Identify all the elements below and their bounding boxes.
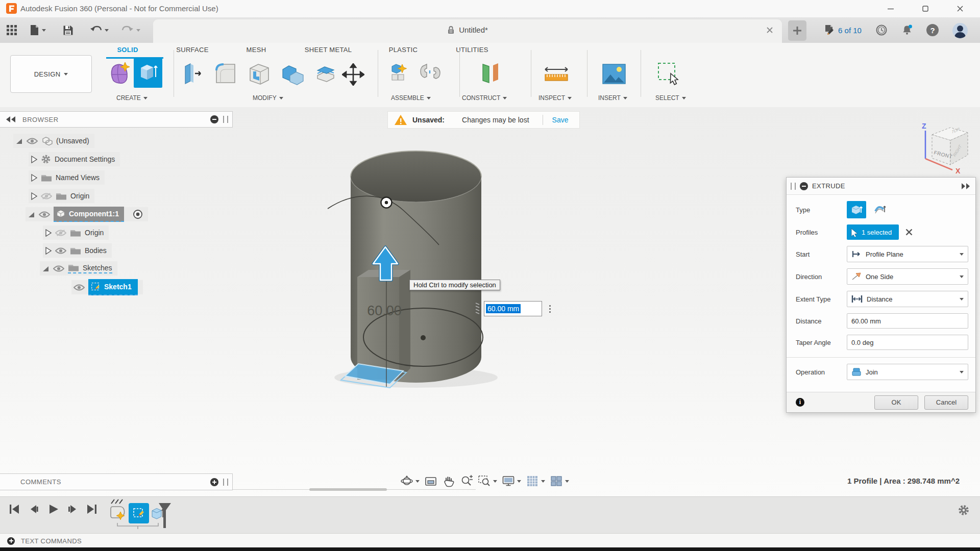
- collapse-browser-icon[interactable]: [6, 116, 16, 122]
- component-chip[interactable]: Component1:1: [54, 207, 124, 222]
- comments-panel[interactable]: COMMENTS: [0, 473, 233, 490]
- activate-component-radio[interactable]: [133, 209, 143, 219]
- visibility-eye-icon[interactable]: [53, 265, 64, 272]
- undo-button[interactable]: [88, 22, 110, 38]
- tab-surface[interactable]: SURFACE: [171, 46, 214, 56]
- zoom-window-button[interactable]: [478, 474, 497, 488]
- horizontal-scrollbar[interactable]: [309, 488, 387, 491]
- visibility-off-eye-icon[interactable]: [41, 192, 52, 200]
- text-commands-bar[interactable]: TEXT COMMANDS: [0, 533, 980, 548]
- timeline-go-to-end-button[interactable]: [86, 503, 98, 515]
- file-menu-button[interactable]: [28, 22, 48, 38]
- expanded-arrow-icon[interactable]: [28, 211, 35, 218]
- visibility-off-eye-icon[interactable]: [55, 229, 66, 237]
- direction-dropdown[interactable]: One Side: [847, 268, 968, 285]
- document-tab[interactable]: Untitled*: [153, 19, 782, 43]
- modify-shell-button[interactable]: [246, 61, 273, 87]
- group-assemble[interactable]: ASSEMBLE: [391, 94, 431, 102]
- browser-row-sketch1[interactable]: Sketch1: [71, 280, 143, 294]
- look-at-button[interactable]: [424, 474, 437, 488]
- add-comment-icon[interactable]: [210, 478, 218, 486]
- account-avatar[interactable]: [951, 22, 969, 39]
- timeline-settings-gear[interactable]: [958, 504, 970, 516]
- expanded-arrow-icon[interactable]: [15, 137, 23, 145]
- workspace-design-button[interactable]: DESIGN: [10, 55, 92, 93]
- comments-grip[interactable]: [223, 479, 228, 486]
- expand-text-commands-icon[interactable]: [7, 537, 15, 545]
- clear-selection-icon[interactable]: [905, 228, 913, 236]
- grid-snaps-button[interactable]: [526, 474, 545, 488]
- timeline-step-back-button[interactable]: [28, 503, 40, 515]
- orbit-button[interactable]: [400, 474, 420, 488]
- pan-button[interactable]: [442, 474, 455, 488]
- visibility-eye-icon[interactable]: [55, 247, 66, 255]
- dialog-expand-icon[interactable]: [961, 183, 970, 189]
- browser-grip[interactable]: [223, 116, 228, 123]
- collapsed-arrow-icon[interactable]: [31, 192, 37, 200]
- ok-button[interactable]: OK: [874, 395, 918, 410]
- job-history-clock-button[interactable]: [874, 22, 889, 38]
- info-icon[interactable]: i: [796, 398, 804, 407]
- insert-image-button[interactable]: [600, 61, 628, 87]
- tab-solid[interactable]: SOLID: [110, 46, 145, 56]
- window-maximize-button[interactable]: [914, 0, 937, 17]
- cancel-button[interactable]: Cancel: [924, 395, 968, 410]
- browser-row-origin[interactable]: Origin: [29, 189, 94, 203]
- app-grid-icon[interactable]: [4, 22, 19, 38]
- new-tab-button[interactable]: [788, 20, 806, 41]
- drag-handle-icon[interactable]: [475, 301, 481, 316]
- visibility-eye-icon[interactable]: [27, 137, 38, 145]
- type-extrude-solid-button[interactable]: [847, 201, 866, 218]
- collapsed-arrow-icon[interactable]: [31, 174, 37, 182]
- timeline-go-to-start-button[interactable]: [8, 503, 20, 515]
- group-inspect[interactable]: INSPECT: [538, 94, 572, 102]
- tab-close-icon[interactable]: [766, 26, 774, 34]
- assemble-new-component-button[interactable]: [386, 60, 413, 88]
- dialog-collapse-icon[interactable]: [800, 182, 808, 190]
- browser-row-document[interactable]: (Unsaved): [13, 134, 94, 148]
- browser-row-sketches[interactable]: Sketches: [40, 261, 117, 276]
- notifications-button[interactable]: [899, 22, 915, 38]
- profiles-selected-chip[interactable]: 1 selected: [847, 224, 899, 240]
- distance-input[interactable]: [847, 313, 968, 329]
- modify-move-button[interactable]: [341, 62, 365, 87]
- tab-mesh[interactable]: MESH: [237, 46, 275, 56]
- browser-row-named-views[interactable]: Named Views: [29, 170, 105, 185]
- create-form-button[interactable]: [107, 60, 133, 88]
- tab-sheet-metal[interactable]: SHEET METAL: [293, 46, 363, 56]
- group-modify[interactable]: MODIFY: [253, 94, 283, 102]
- modify-fillet-button[interactable]: [212, 61, 239, 87]
- browser-row-component-origin[interactable]: Origin: [43, 226, 109, 240]
- modify-press-pull-button[interactable]: [180, 61, 205, 87]
- type-extrude-thin-button[interactable]: [870, 201, 890, 218]
- sketch1-chip[interactable]: Sketch1: [88, 279, 138, 295]
- tab-plastic[interactable]: PLASTIC: [380, 46, 426, 56]
- timeline-feature-sketch1-active[interactable]: [129, 503, 149, 523]
- taper-angle-input[interactable]: [847, 335, 968, 350]
- construct-plane-button[interactable]: [475, 60, 505, 88]
- group-create[interactable]: CREATE: [116, 94, 148, 102]
- visibility-eye-icon[interactable]: [39, 211, 50, 218]
- timeline-playhead[interactable]: [157, 503, 173, 529]
- tab-utilities[interactable]: UTILITIES: [447, 46, 498, 56]
- viewports-button[interactable]: [550, 474, 569, 488]
- visibility-eye-icon[interactable]: [74, 284, 85, 291]
- dimension-input[interactable]: 60.00 mm: [484, 301, 542, 316]
- start-dropdown[interactable]: Profile Plane: [847, 246, 968, 262]
- window-close-button[interactable]: [948, 0, 972, 17]
- assemble-joint-button[interactable]: [416, 60, 444, 88]
- collapsed-arrow-icon[interactable]: [45, 229, 52, 237]
- create-extrude-button-active[interactable]: [134, 58, 162, 88]
- browser-collapse-all-icon[interactable]: [210, 115, 218, 123]
- dimension-menu-dots[interactable]: [549, 305, 551, 313]
- timeline-step-forward-button[interactable]: [66, 503, 79, 515]
- timeline-feature-sketch-created[interactable]: [108, 505, 127, 522]
- modify-offset-face-button[interactable]: [312, 61, 339, 87]
- group-select[interactable]: SELECT: [655, 94, 686, 102]
- redo-button[interactable]: [119, 22, 142, 38]
- extrude-dialog-header[interactable]: EXTRUDE: [787, 178, 975, 195]
- zoom-button[interactable]: [460, 474, 473, 488]
- select-button[interactable]: [655, 60, 683, 88]
- inspect-measure-button[interactable]: [541, 61, 572, 87]
- extent-type-dropdown[interactable]: Distance: [847, 291, 968, 307]
